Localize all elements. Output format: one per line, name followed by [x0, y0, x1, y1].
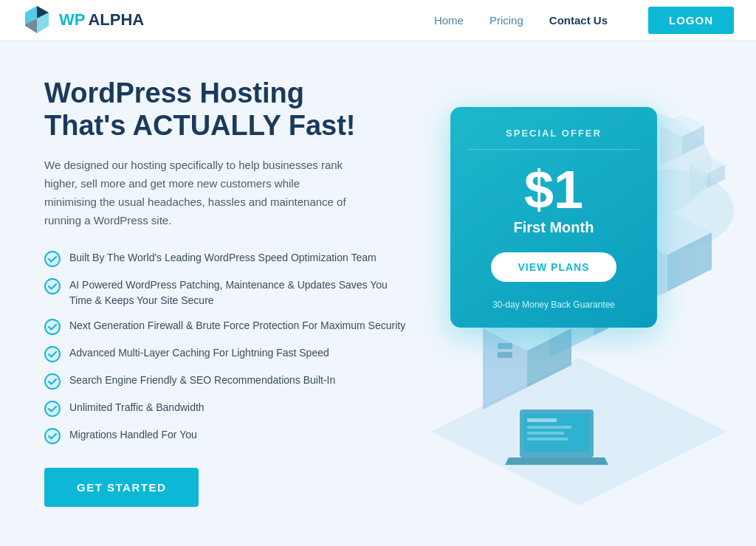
feature-list-item: Search Engine Friendly & SEO Recommendat… [44, 373, 406, 390]
svg-marker-43 [690, 156, 725, 173]
feature-text: Migrations Handled For You [69, 427, 197, 442]
logo-text: WP ALPHA [59, 10, 144, 30]
offer-label: SPECIAL OFFER [468, 128, 639, 139]
feature-list: Built By The World's Leading WordPress S… [44, 250, 406, 444]
left-column: WordPress Hosting That's ACTUALLY Fast! … [44, 77, 428, 524]
svg-rect-32 [523, 413, 590, 452]
svg-point-10 [45, 401, 60, 416]
nav-home[interactable]: Home [434, 14, 464, 27]
svg-marker-17 [667, 232, 712, 291]
logo-wp: WP [59, 10, 85, 30]
svg-point-5 [45, 252, 60, 266]
svg-point-6 [45, 279, 60, 294]
check-icon [44, 373, 61, 390]
offer-period: First Month [468, 219, 639, 236]
svg-point-11 [45, 429, 60, 443]
offer-card: SPECIAL OFFER $1 First Month VIEW PLANS … [450, 107, 657, 328]
offer-price: $1 [468, 163, 639, 216]
svg-rect-30 [498, 352, 512, 358]
svg-marker-41 [690, 165, 707, 197]
feature-list-item: Unlimited Traffic & Bandwidth [44, 400, 406, 417]
svg-marker-27 [527, 328, 571, 387]
logo-alpha: ALPHA [88, 10, 144, 30]
hero-title: WordPress Hosting That's ACTUALLY Fast! [44, 77, 406, 142]
svg-rect-33 [527, 418, 557, 422]
svg-rect-31 [520, 410, 594, 457]
feature-list-item: Migrations Handled For You [44, 427, 406, 444]
feature-text: Search Engine Friendly & SEO Recommendat… [69, 373, 335, 387]
offer-divider [468, 149, 639, 150]
check-icon [44, 346, 61, 362]
main-nav: Home Pricing Contact Us LOGON [434, 7, 734, 34]
svg-rect-29 [498, 343, 512, 349]
hero-title-line1: WordPress Hosting [44, 77, 304, 108]
main-content: WordPress Hosting That's ACTUALLY Fast! … [0, 41, 756, 546]
check-icon [44, 251, 61, 267]
header: WP ALPHA Home Pricing Contact Us LOGON [0, 0, 756, 41]
offer-guarantee: 30-day Money Back Guarantee [468, 300, 639, 310]
logon-button[interactable]: LOGON [648, 7, 734, 34]
check-icon [44, 401, 61, 417]
feature-text: Next Generation Firewall & Brute Force P… [69, 318, 405, 333]
svg-rect-34 [527, 426, 571, 429]
nav-contact[interactable]: Contact Us [549, 14, 608, 27]
check-icon [44, 278, 61, 294]
feature-text: Advanced Multi-Layer Caching For Lightni… [69, 345, 329, 360]
logo-icon [22, 5, 52, 35]
feature-list-item: Next Generation Firewall & Brute Force P… [44, 318, 406, 335]
logo-area: WP ALPHA [22, 5, 434, 35]
svg-marker-40 [660, 114, 704, 136]
svg-marker-42 [707, 165, 725, 188]
svg-marker-38 [660, 125, 682, 166]
feature-list-item: Built By The World's Leading WordPress S… [44, 250, 406, 267]
right-column: SPECIAL OFFER $1 First Month VIEW PLANS … [428, 77, 726, 524]
feature-text: AI Powered WordPress Patching, Maintenan… [69, 277, 406, 308]
svg-marker-39 [682, 125, 704, 155]
svg-marker-15 [431, 358, 726, 505]
svg-point-8 [45, 347, 60, 362]
feature-list-item: AI Powered WordPress Patching, Maintenan… [44, 277, 406, 308]
get-started-button[interactable]: GET STARTED [44, 468, 199, 507]
hero-subtitle: We designed our hosting specifically to … [44, 156, 354, 229]
view-plans-button[interactable]: VIEW PLANS [491, 252, 616, 282]
svg-marker-37 [505, 457, 608, 465]
svg-marker-26 [483, 328, 527, 410]
check-icon [44, 319, 61, 335]
hero-title-line2: That's ACTUALLY Fast! [44, 110, 355, 141]
svg-point-7 [45, 319, 60, 334]
svg-rect-36 [527, 438, 568, 440]
nav-pricing[interactable]: Pricing [489, 14, 523, 27]
feature-text: Unlimited Traffic & Bandwidth [69, 400, 205, 415]
svg-rect-35 [527, 432, 564, 435]
feature-list-item: Advanced Multi-Layer Caching For Lightni… [44, 345, 406, 362]
svg-point-9 [45, 374, 60, 389]
check-icon [44, 428, 61, 444]
feature-text: Built By The World's Leading WordPress S… [69, 250, 377, 265]
